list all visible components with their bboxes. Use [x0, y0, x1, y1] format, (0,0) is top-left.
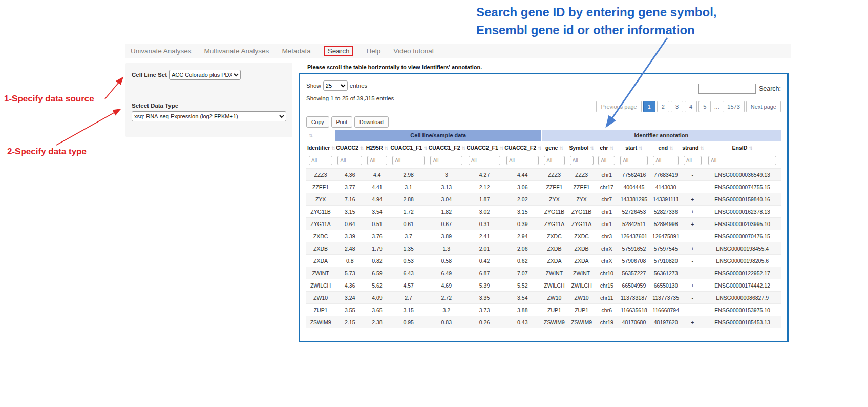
table-cell: 3.02	[465, 206, 503, 218]
cell-line-set-select[interactable]: ACC Colorado plus PDX	[169, 70, 241, 80]
filter-input-symbol[interactable]	[570, 156, 594, 165]
table-cell: 4.27	[465, 169, 503, 181]
nav-item-univariate-analyses[interactable]: Univariate Analyses	[131, 47, 192, 55]
nav-item-search[interactable]: Search	[324, 46, 354, 56]
table-cell: 3.89	[428, 230, 465, 242]
column-header-cuacc1_f2[interactable]: CUACC1_F2⇅	[428, 141, 465, 154]
filter-input-cuacc2_f1[interactable]	[469, 156, 501, 165]
filter-input-identifier[interactable]	[309, 156, 332, 165]
results-table-wrapper: ⇅Cell line/sample dataIdentifier annotat…	[306, 130, 781, 328]
table-cell: 57591652	[618, 242, 650, 255]
table-cell: 2.02	[503, 193, 541, 206]
column-label: CUACC1_F1	[390, 145, 422, 151]
filter-input-cuacc2[interactable]	[337, 156, 362, 165]
red-arrow-2	[56, 109, 120, 145]
main-nav: Univariate AnalysesMultivariate Analyses…	[125, 44, 791, 58]
table-cell: 3.15	[389, 304, 427, 316]
table-cell: ZZEF1	[541, 181, 567, 193]
search-tip-annotation: Search gene ID by entering gene symbol, …	[476, 3, 716, 39]
table-cell: ZXDB	[541, 242, 567, 255]
filter-input-cuacc1_f2[interactable]	[430, 156, 462, 165]
column-header-symbol[interactable]: Symbol⇅	[567, 141, 596, 154]
column-header-h295r[interactable]: H295R⇅	[365, 141, 389, 154]
table-cell: chr1	[596, 169, 618, 181]
table-cell: ZYG11B	[567, 206, 596, 218]
page-button-1[interactable]: 1	[643, 101, 655, 112]
filter-input-ensid[interactable]	[708, 156, 776, 165]
table-cell: 143391111	[650, 193, 681, 206]
copy-button[interactable]: Copy	[306, 116, 329, 128]
column-header-cuacc2_f1[interactable]: CUACC2_F1⇅	[465, 141, 503, 154]
table-cell: ZWINT	[541, 267, 567, 279]
sort-icon: ⇅	[749, 146, 753, 151]
sort-icon: ⇅	[360, 146, 364, 151]
data-type-select[interactable]: xsq: RNA-seq Expression (log2 FPKM+1)	[132, 111, 286, 121]
nav-item-help[interactable]: Help	[366, 47, 380, 55]
table-cell: 3.39	[335, 230, 365, 242]
table-cell: ZUP1	[567, 304, 596, 316]
table-cell: chr1	[596, 206, 618, 218]
table-cell: 77683419	[650, 169, 681, 181]
download-button[interactable]: Download	[354, 116, 389, 128]
column-label: EnsID	[732, 145, 748, 151]
nav-item-metadata[interactable]: Metadata	[282, 47, 310, 55]
table-cell: 52827336	[650, 206, 681, 218]
table-cell: ENSG00000122952.17	[704, 267, 781, 279]
page-button-2[interactable]: 2	[657, 101, 669, 112]
sort-icon: ⇅	[331, 146, 335, 151]
data-source-panel: Cell Line SetACC Colorado plus PDX Selec…	[125, 63, 292, 137]
nav-item-video-tutorial[interactable]: Video tutorial	[393, 47, 434, 55]
sort-icon: ⇅	[309, 133, 313, 138]
page-button-3[interactable]: 3	[671, 101, 683, 112]
filter-input-start[interactable]	[620, 156, 648, 165]
column-header-strand[interactable]: strand⇅	[681, 141, 704, 154]
search-input[interactable]	[698, 84, 756, 94]
filter-input-chr[interactable]	[598, 156, 615, 165]
filter-input-cuacc1_f1[interactable]	[392, 156, 425, 165]
column-label: end	[659, 145, 668, 151]
filter-input-strand[interactable]	[684, 156, 702, 165]
table-cell: 0.61	[389, 218, 427, 230]
sort-icon: ⇅	[669, 146, 673, 151]
page-length-select[interactable]: 25	[323, 80, 348, 91]
column-header-gene[interactable]: gene⇅	[541, 141, 567, 154]
table-cell: 0.42	[465, 255, 503, 267]
print-button[interactable]: Print	[331, 116, 353, 128]
column-header-cuacc2[interactable]: CUACC2⇅	[335, 141, 365, 154]
table-cell: 4.94	[365, 193, 389, 206]
table-row: ZXDA0.80.820.530.580.420.62ZXDAZXDAchrX5…	[306, 255, 781, 267]
previous-page-button[interactable]: Previous page	[596, 101, 641, 112]
table-cell: chr1	[596, 218, 618, 230]
column-label: CUACC2	[336, 145, 358, 151]
next-page-button[interactable]: Next page	[746, 101, 781, 112]
sort-icon: ⇅	[639, 146, 643, 151]
page-button-1573[interactable]: 1573	[723, 101, 744, 112]
page-button-5[interactable]: 5	[698, 101, 711, 112]
filter-input-cuacc2_f2[interactable]	[506, 156, 539, 165]
column-header-chr[interactable]: chr⇅	[596, 141, 618, 154]
column-header-start[interactable]: start⇅	[618, 141, 650, 154]
filter-input-gene[interactable]	[544, 156, 565, 165]
column-header-end[interactable]: end⇅	[650, 141, 681, 154]
column-header-row: Identifier⇅CUACC2⇅H295R⇅CUACC1_F1⇅CUACC1…	[306, 141, 781, 154]
table-cell: chr6	[596, 304, 618, 316]
nav-item-multivariate-analyses[interactable]: Multivariate Analyses	[204, 47, 269, 55]
table-row: ZYG11A0.640.510.610.670.310.39ZYG11AZYG1…	[306, 218, 781, 230]
table-cell: ZWILCH	[541, 279, 567, 292]
table-cell: ZYG11B	[541, 206, 567, 218]
filter-input-end[interactable]	[653, 156, 679, 165]
filter-input-h295r[interactable]	[367, 156, 387, 165]
table-cell: 2.94	[503, 230, 541, 242]
column-header-identifier[interactable]: Identifier⇅	[306, 141, 335, 154]
table-cell: ZXDC	[306, 230, 335, 242]
column-header-ensid[interactable]: EnsID⇅	[704, 141, 781, 154]
table-cell: 1.87	[465, 193, 503, 206]
table-cell: 3.7	[389, 230, 427, 242]
table-info: Showing 1 to 25 of 39,315 entries	[306, 95, 394, 101]
group-header-row: ⇅Cell line/sample dataIdentifier annotat…	[306, 130, 781, 141]
column-header-cuacc2_f2[interactable]: CUACC2_F2⇅	[503, 141, 541, 154]
column-header-cuacc1_f1[interactable]: CUACC1_F1⇅	[389, 141, 427, 154]
table-cell: ZSWIM9	[306, 316, 335, 329]
page-button-4[interactable]: 4	[685, 101, 697, 112]
column-label: Symbol	[569, 145, 588, 151]
